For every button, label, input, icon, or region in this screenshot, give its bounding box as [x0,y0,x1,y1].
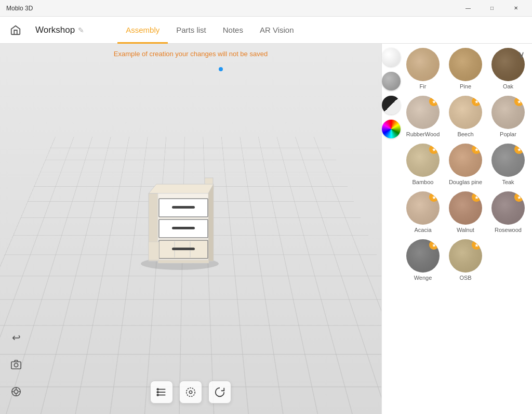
douglas-premium-badge: ★ [472,145,481,154]
home-button[interactable] [8,23,23,37]
douglas-pine-label: Douglas pine [449,179,482,185]
walnut-premium-badge: ★ [472,192,481,202]
collapse-panel-button[interactable]: ∨ [515,48,528,61]
material-rubberwood[interactable]: ★ RubberWood [403,94,443,139]
color-material-tool[interactable] [382,120,401,138]
materials-row-3: ★ Bamboo ★ Douglas pine ★ [403,141,528,187]
materials-panel: Fir Pine Oak [381,44,532,414]
rubberwood-sphere: ★ [406,96,440,129]
osb-sphere: ★ [449,239,482,273]
select-button[interactable] [179,381,202,404]
poplar-label: Poplar [500,131,516,137]
wenge-premium-badge: ★ [429,240,438,250]
white-material-tool[interactable] [382,48,401,67]
materials-grid: Fir Pine Oak [401,44,532,414]
teak-premium-badge: ★ [514,145,524,154]
rubberwood-label: RubberWood [406,131,440,137]
material-beech[interactable]: ★ Beech [445,94,486,139]
acacia-label: Acacia [414,227,431,233]
materials-row-1: Fir Pine Oak [403,46,528,92]
3d-viewport[interactable]: Example of creation your changes will no… [0,44,381,414]
bamboo-premium-badge: ★ [429,145,438,154]
tab-parts-list[interactable]: Parts list [168,17,215,44]
acacia-premium-badge: ★ [429,192,438,202]
tab-assembly[interactable]: Assembly [117,17,168,44]
svg-point-27 [157,394,158,396]
pine-label: Pine [460,83,471,89]
acacia-sphere: ★ [406,191,440,225]
osb-label: OSB [459,275,471,281]
rosewood-sphere: ★ [491,191,525,225]
svg-point-17 [14,390,18,393]
gray-material-tool[interactable] [382,72,401,90]
material-bamboo[interactable]: ★ Bamboo [403,141,443,187]
navigation-tabs: Assembly Parts list Notes AR Vision [117,17,302,43]
maximize-button[interactable]: □ [480,0,504,17]
target-button[interactable] [7,383,25,400]
tab-notes[interactable]: Notes [215,17,251,44]
teak-sphere: ★ [491,144,525,177]
halfdark-material-tool[interactable] [382,96,401,114]
beech-label: Beech [457,131,473,137]
window-controls: — □ ✕ [456,0,528,17]
material-douglas-pine[interactable]: ★ Douglas pine [445,141,486,187]
material-rosewood[interactable]: ★ Rosewood [488,189,528,235]
svg-rect-5 [172,206,195,209]
app-title: Moblo 3D [6,5,33,12]
rotate-button[interactable] [208,381,231,404]
material-tools-column [382,44,401,414]
svg-rect-7 [172,227,195,229]
main-area: Example of creation your changes will no… [0,44,532,414]
material-acacia[interactable]: ★ Acacia [403,189,443,235]
beech-sphere: ★ [449,96,482,129]
minimize-button[interactable]: — [456,0,480,17]
material-wenge[interactable]: ★ Wenge [403,237,443,283]
rosewood-premium-badge: ★ [514,192,524,202]
material-osb[interactable]: ★ OSB [445,237,486,283]
warning-message: Example of creation your changes will no… [114,50,268,58]
material-fir[interactable]: Fir [403,46,443,92]
indicator-dot [219,67,223,71]
svg-point-26 [157,392,158,393]
wenge-sphere: ★ [406,239,440,273]
material-walnut[interactable]: ★ Walnut [445,189,486,235]
walnut-sphere: ★ [449,191,482,225]
poplar-premium-badge: ★ [514,97,524,106]
fir-label: Fir [420,83,427,89]
svg-rect-13 [149,242,159,260]
pine-sphere [449,48,482,81]
undo-button[interactable]: ↩ [7,329,25,346]
furniture-svg [128,147,242,271]
teak-label: Teak [502,179,514,185]
osb-premium-badge: ★ [472,240,481,250]
edit-icon[interactable]: ✎ [78,26,84,34]
bamboo-sphere: ★ [406,144,440,177]
screenshot-button[interactable] [7,356,25,373]
furniture-3d-model [128,147,242,274]
svg-point-25 [157,389,158,390]
wenge-label: Wenge [414,275,432,281]
beech-premium-badge: ★ [472,97,481,106]
rubberwood-premium-badge: ★ [429,97,438,106]
poplar-sphere: ★ [491,96,525,129]
list-view-button[interactable] [150,381,173,404]
material-poplar[interactable]: ★ Poplar [488,94,528,139]
bamboo-label: Bamboo [413,179,434,185]
tab-ar-vision[interactable]: AR Vision [251,17,302,44]
materials-row-4: ★ Acacia ★ Walnut ★ [403,189,528,235]
svg-point-28 [187,388,195,397]
titlebar: Moblo 3D — □ ✕ [0,0,532,17]
oak-label: Oak [503,83,513,89]
materials-row-2: ★ RubberWood ★ Beech ★ [403,94,528,139]
materials-row-5: ★ Wenge ★ OSB [403,237,528,283]
walnut-label: Walnut [457,227,474,233]
close-button[interactable]: ✕ [504,0,528,17]
svg-point-15 [14,363,18,367]
svg-rect-12 [158,260,209,263]
rosewood-label: Rosewood [495,227,522,233]
material-pine[interactable]: Pine [445,46,486,92]
material-teak[interactable]: ★ Teak [488,141,528,187]
workshop-label[interactable]: Workshop ✎ [35,25,84,35]
bottom-toolbar [150,381,231,404]
fir-sphere [406,48,440,81]
